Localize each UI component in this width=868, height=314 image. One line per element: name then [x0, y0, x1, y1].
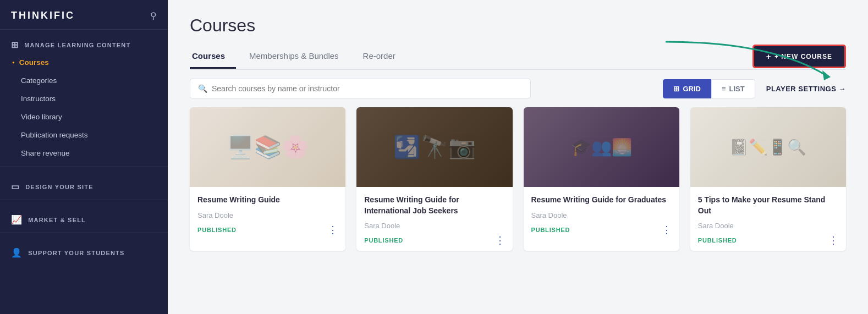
section-manage-learning: ⊞ MANAGE LEARNING CONTENT [0, 30, 168, 53]
tab-courses[interactable]: Courses [190, 46, 236, 69]
course-info-4: 5 Tips to Make your Resume Stand Out Sar… [690, 187, 846, 251]
search-wrap[interactable]: 🔍 [190, 79, 531, 98]
section-market[interactable]: 📈 MARKET & SELL [0, 205, 168, 228]
courses-grid: 🖥️📚🌸 Resume Writing Guide Sara Doole PUB… [168, 107, 868, 262]
sidebar-item-courses[interactable]: Courses [0, 53, 168, 71]
main-content: Courses Courses Memberships & Bundles Re… [168, 0, 868, 314]
sidebar: THINKIFIC ⚲ ⊞ MANAGE LEARNING CONTENT Co… [0, 0, 168, 314]
toolbar-row: 🔍 ⊞ GRID ≡ LIST PLAYER SETTINGS → [168, 70, 868, 107]
design-icon: ▭ [11, 181, 20, 192]
more-options-button-1[interactable]: ⋮ [328, 225, 338, 235]
course-thumbnail-3: 🎓👥🌅 [524, 107, 679, 187]
divider-1 [0, 167, 168, 167]
sidebar-item-video-library[interactable]: Video library [0, 108, 168, 126]
section-design[interactable]: ▭ DESIGN YOUR SITE [0, 172, 168, 195]
page-title: Courses [190, 15, 846, 36]
tab-memberships-bundles[interactable]: Memberships & Bundles [247, 46, 350, 69]
tabs-row: Courses Memberships & Bundles Re-order +… [190, 45, 846, 70]
view-controls: ⊞ GRID ≡ LIST PLAYER SETTINGS → [663, 79, 846, 98]
course-title-3: Resume Writing Guide for Graduates [531, 195, 672, 206]
course-card-3[interactable]: 🎓👥🌅 Resume Writing Guide for Graduates S… [524, 107, 679, 251]
sidebar-logo-area: THINKIFIC ⚲ [0, 0, 168, 30]
sidebar-item-instructors[interactable]: Instructors [0, 90, 168, 108]
grid-icon: ⊞ [673, 85, 679, 93]
market-icon: 📈 [11, 214, 23, 225]
course-card-1[interactable]: 🖥️📚🌸 Resume Writing Guide Sara Doole PUB… [190, 107, 345, 251]
support-icon: 👤 [11, 247, 23, 258]
more-options-button-4[interactable]: ⋮ [828, 235, 838, 245]
sidebar-item-categories[interactable]: Categories [0, 71, 168, 90]
logo-text: THINKIFIC [11, 10, 75, 21]
section-support[interactable]: 👤 SUPPORT YOUR STUDENTS [0, 238, 168, 261]
new-course-button[interactable]: + + NEW COURSE [752, 45, 846, 68]
list-icon: ≡ [722, 85, 726, 93]
course-author-1: Sara Doole [197, 211, 338, 219]
course-author-3: Sara Doole [531, 211, 672, 219]
course-card-2[interactable]: 🛂🔭📷 Resume Writing Guide for Internation… [356, 107, 512, 251]
course-title-2: Resume Writing Guide for International J… [364, 195, 504, 216]
tabs: Courses Memberships & Bundles Re-order [190, 46, 417, 69]
list-view-button[interactable]: ≡ LIST [711, 79, 755, 98]
course-thumbnail-4: 📓✏️📱🔍 [690, 107, 846, 187]
status-badge-4: PUBLISHED [698, 237, 737, 244]
course-info-1: Resume Writing Guide Sara Doole PUBLISHE… [190, 187, 345, 240]
course-footer-3: PUBLISHED ⋮ [531, 225, 672, 235]
status-badge-3: PUBLISHED [531, 227, 570, 233]
course-info-2: Resume Writing Guide for International J… [356, 187, 512, 251]
grid-view-button[interactable]: ⊞ GRID [663, 79, 711, 98]
course-author-4: Sara Doole [698, 222, 838, 230]
course-footer-4: PUBLISHED ⋮ [698, 235, 838, 245]
search-icon[interactable]: ⚲ [150, 10, 157, 21]
status-badge-2: PUBLISHED [364, 237, 403, 244]
view-toggle: ⊞ GRID ≡ LIST [663, 79, 755, 98]
sidebar-item-share-revenue[interactable]: Share revenue [0, 144, 168, 162]
course-title-1: Resume Writing Guide [197, 195, 338, 206]
course-author-2: Sara Doole [364, 222, 504, 230]
course-thumbnail-2: 🛂🔭📷 [356, 107, 512, 187]
tab-re-order[interactable]: Re-order [361, 46, 406, 69]
sidebar-item-publication-requests[interactable]: Publication requests [0, 126, 168, 144]
more-options-button-3[interactable]: ⋮ [662, 225, 672, 235]
course-info-3: Resume Writing Guide for Graduates Sara … [524, 187, 679, 240]
player-settings-button[interactable]: PLAYER SETTINGS → [766, 85, 846, 93]
grid-icon: ⊞ [11, 40, 19, 50]
divider-3 [0, 233, 168, 233]
course-card-4[interactable]: 📓✏️📱🔍 5 Tips to Make your Resume Stand O… [690, 107, 846, 251]
search-input[interactable] [212, 84, 523, 93]
divider-2 [0, 200, 168, 200]
course-title-4: 5 Tips to Make your Resume Stand Out [698, 195, 838, 216]
course-footer-2: PUBLISHED ⋮ [364, 235, 504, 245]
plus-icon: + [766, 52, 771, 61]
main-header: Courses Courses Memberships & Bundles Re… [168, 0, 868, 70]
search-icon: 🔍 [198, 84, 207, 93]
status-badge-1: PUBLISHED [197, 227, 237, 233]
course-footer-1: PUBLISHED ⋮ [197, 225, 338, 235]
course-thumbnail-1: 🖥️📚🌸 [190, 107, 345, 187]
more-options-button-2[interactable]: ⋮ [495, 235, 505, 245]
